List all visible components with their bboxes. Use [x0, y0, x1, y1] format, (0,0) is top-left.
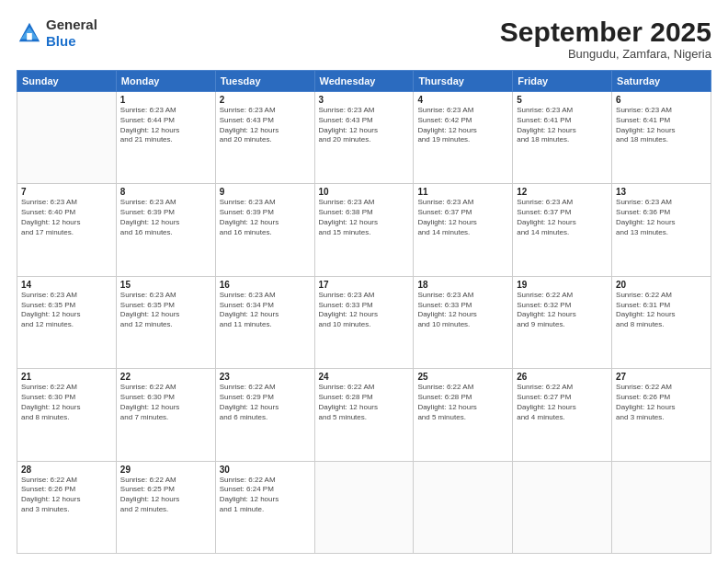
day-number: 15 [120, 280, 211, 290]
calendar-cell: 9Sunrise: 6:23 AM Sunset: 6:39 PM Daylig… [215, 184, 314, 276]
calendar-cell: 24Sunrise: 6:22 AM Sunset: 6:28 PM Dayli… [314, 369, 414, 461]
calendar-cell [612, 461, 711, 553]
day-number: 18 [417, 280, 508, 290]
day-number: 28 [21, 465, 112, 475]
calendar-cell: 25Sunrise: 6:22 AM Sunset: 6:28 PM Dayli… [414, 369, 513, 461]
month-title: September 2025 [500, 17, 711, 47]
day-info: Sunrise: 6:23 AM Sunset: 6:35 PM Dayligh… [21, 291, 112, 330]
day-info: Sunrise: 6:22 AM Sunset: 6:25 PM Dayligh… [120, 476, 211, 515]
calendar-cell: 7Sunrise: 6:23 AM Sunset: 6:40 PM Daylig… [17, 184, 117, 276]
day-info: Sunrise: 6:23 AM Sunset: 6:44 PM Dayligh… [120, 106, 211, 145]
day-info: Sunrise: 6:22 AM Sunset: 6:26 PM Dayligh… [616, 383, 707, 422]
day-info: Sunrise: 6:23 AM Sunset: 6:38 PM Dayligh… [319, 198, 410, 237]
day-number: 16 [220, 280, 311, 290]
day-number: 9 [220, 187, 311, 197]
day-info: Sunrise: 6:23 AM Sunset: 6:41 PM Dayligh… [616, 106, 707, 145]
header: General Blue September 2025 Bungudu, Zam… [17, 17, 711, 61]
day-info: Sunrise: 6:23 AM Sunset: 6:36 PM Dayligh… [616, 198, 707, 237]
day-info: Sunrise: 6:23 AM Sunset: 6:37 PM Dayligh… [517, 198, 608, 237]
calendar-table: Sunday Monday Tuesday Wednesday Thursday… [17, 70, 711, 554]
logo: General Blue [17, 17, 97, 50]
day-info: Sunrise: 6:22 AM Sunset: 6:27 PM Dayligh… [517, 383, 608, 422]
day-number: 14 [21, 280, 112, 290]
col-sunday: Sunday [17, 71, 117, 92]
logo-blue-text: Blue [46, 33, 76, 49]
day-number: 21 [21, 372, 112, 382]
logo-text: General Blue [46, 17, 97, 50]
day-info: Sunrise: 6:22 AM Sunset: 6:30 PM Dayligh… [21, 383, 112, 422]
calendar-cell: 26Sunrise: 6:22 AM Sunset: 6:27 PM Dayli… [513, 369, 612, 461]
day-number: 7 [21, 187, 112, 197]
week-row-3: 14Sunrise: 6:23 AM Sunset: 6:35 PM Dayli… [17, 276, 711, 368]
calendar-cell: 12Sunrise: 6:23 AM Sunset: 6:37 PM Dayli… [513, 184, 612, 276]
col-tuesday: Tuesday [215, 71, 314, 92]
svg-rect-2 [27, 33, 32, 40]
calendar-cell: 19Sunrise: 6:22 AM Sunset: 6:32 PM Dayli… [513, 276, 612, 368]
day-number: 27 [616, 372, 707, 382]
calendar-cell: 10Sunrise: 6:23 AM Sunset: 6:38 PM Dayli… [314, 184, 414, 276]
calendar-cell: 20Sunrise: 6:22 AM Sunset: 6:31 PM Dayli… [612, 276, 711, 368]
calendar-cell: 22Sunrise: 6:22 AM Sunset: 6:30 PM Dayli… [116, 369, 215, 461]
day-number: 8 [120, 187, 211, 197]
day-info: Sunrise: 6:23 AM Sunset: 6:37 PM Dayligh… [417, 198, 508, 237]
day-number: 6 [616, 95, 707, 105]
calendar-cell: 28Sunrise: 6:22 AM Sunset: 6:26 PM Dayli… [17, 461, 117, 553]
day-info: Sunrise: 6:23 AM Sunset: 6:43 PM Dayligh… [319, 106, 410, 145]
day-info: Sunrise: 6:22 AM Sunset: 6:24 PM Dayligh… [220, 476, 311, 515]
day-info: Sunrise: 6:22 AM Sunset: 6:32 PM Dayligh… [517, 291, 608, 330]
day-number: 22 [120, 372, 211, 382]
calendar-cell: 13Sunrise: 6:23 AM Sunset: 6:36 PM Dayli… [612, 184, 711, 276]
day-number: 23 [220, 372, 311, 382]
col-saturday: Saturday [612, 71, 711, 92]
day-info: Sunrise: 6:22 AM Sunset: 6:26 PM Dayligh… [21, 476, 112, 515]
day-info: Sunrise: 6:22 AM Sunset: 6:29 PM Dayligh… [220, 383, 311, 422]
calendar-cell: 14Sunrise: 6:23 AM Sunset: 6:35 PM Dayli… [17, 276, 117, 368]
calendar-cell [513, 461, 612, 553]
week-row-5: 28Sunrise: 6:22 AM Sunset: 6:26 PM Dayli… [17, 461, 711, 553]
day-number: 17 [319, 280, 410, 290]
day-number: 3 [319, 95, 410, 105]
day-info: Sunrise: 6:23 AM Sunset: 6:40 PM Dayligh… [21, 198, 112, 237]
day-info: Sunrise: 6:23 AM Sunset: 6:33 PM Dayligh… [319, 291, 410, 330]
day-number: 29 [120, 465, 211, 475]
week-row-2: 7Sunrise: 6:23 AM Sunset: 6:40 PM Daylig… [17, 184, 711, 276]
day-info: Sunrise: 6:23 AM Sunset: 6:33 PM Dayligh… [417, 291, 508, 330]
calendar-cell: 15Sunrise: 6:23 AM Sunset: 6:35 PM Dayli… [116, 276, 215, 368]
calendar-cell: 23Sunrise: 6:22 AM Sunset: 6:29 PM Dayli… [215, 369, 314, 461]
calendar-cell: 5Sunrise: 6:23 AM Sunset: 6:41 PM Daylig… [513, 92, 612, 184]
day-info: Sunrise: 6:23 AM Sunset: 6:42 PM Dayligh… [417, 106, 508, 145]
calendar-cell: 17Sunrise: 6:23 AM Sunset: 6:33 PM Dayli… [314, 276, 414, 368]
title-section: September 2025 Bungudu, Zamfara, Nigeria [500, 17, 711, 61]
day-info: Sunrise: 6:23 AM Sunset: 6:41 PM Dayligh… [517, 106, 608, 145]
day-number: 20 [616, 280, 707, 290]
day-number: 2 [220, 95, 311, 105]
calendar-cell [414, 461, 513, 553]
week-row-1: 1Sunrise: 6:23 AM Sunset: 6:44 PM Daylig… [17, 92, 711, 184]
calendar-header-row: Sunday Monday Tuesday Wednesday Thursday… [17, 71, 711, 92]
day-number: 10 [319, 187, 410, 197]
day-info: Sunrise: 6:23 AM Sunset: 6:39 PM Dayligh… [120, 198, 211, 237]
calendar-cell [17, 92, 117, 184]
day-info: Sunrise: 6:22 AM Sunset: 6:28 PM Dayligh… [319, 383, 410, 422]
logo-icon [17, 20, 42, 46]
logo-general-text: General [46, 17, 97, 32]
day-info: Sunrise: 6:22 AM Sunset: 6:28 PM Dayligh… [417, 383, 508, 422]
day-number: 13 [616, 187, 707, 197]
week-row-4: 21Sunrise: 6:22 AM Sunset: 6:30 PM Dayli… [17, 369, 711, 461]
day-number: 26 [517, 372, 608, 382]
calendar-cell: 3Sunrise: 6:23 AM Sunset: 6:43 PM Daylig… [314, 92, 414, 184]
day-info: Sunrise: 6:23 AM Sunset: 6:39 PM Dayligh… [220, 198, 311, 237]
col-thursday: Thursday [414, 71, 513, 92]
calendar-cell: 2Sunrise: 6:23 AM Sunset: 6:43 PM Daylig… [215, 92, 314, 184]
day-number: 19 [517, 280, 608, 290]
location-subtitle: Bungudu, Zamfara, Nigeria [500, 47, 711, 61]
col-monday: Monday [116, 71, 215, 92]
calendar-cell: 1Sunrise: 6:23 AM Sunset: 6:44 PM Daylig… [116, 92, 215, 184]
day-number: 25 [417, 372, 508, 382]
calendar-cell: 16Sunrise: 6:23 AM Sunset: 6:34 PM Dayli… [215, 276, 314, 368]
day-number: 12 [517, 187, 608, 197]
day-number: 30 [220, 465, 311, 475]
calendar-cell: 30Sunrise: 6:22 AM Sunset: 6:24 PM Dayli… [215, 461, 314, 553]
calendar-cell: 21Sunrise: 6:22 AM Sunset: 6:30 PM Dayli… [17, 369, 117, 461]
calendar-cell: 27Sunrise: 6:22 AM Sunset: 6:26 PM Dayli… [612, 369, 711, 461]
